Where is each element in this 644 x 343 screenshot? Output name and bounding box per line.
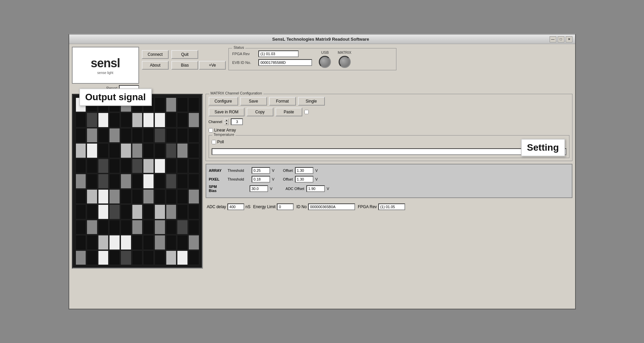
matrix-cell[interactable] <box>109 159 120 173</box>
channel-up-btn[interactable]: ▲ <box>224 118 229 122</box>
config-checkbox[interactable] <box>304 108 309 116</box>
matrix-cell[interactable] <box>76 189 86 204</box>
matrix-cell[interactable] <box>143 189 154 204</box>
matrix-cell[interactable] <box>98 220 109 234</box>
matrix-cell[interactable] <box>109 251 120 265</box>
matrix-cell[interactable] <box>98 113 109 127</box>
energy-limit-input[interactable] <box>277 203 294 210</box>
matrix-cell[interactable] <box>177 159 188 173</box>
matrix-cell[interactable] <box>121 113 131 127</box>
matrix-cell[interactable] <box>121 174 131 188</box>
matrix-cell[interactable] <box>98 251 109 265</box>
matrix-cell[interactable] <box>121 159 131 173</box>
matrix-cell[interactable] <box>132 174 143 188</box>
matrix-cell[interactable] <box>166 98 177 112</box>
matrix-cell[interactable] <box>155 98 165 112</box>
adc-delay-input[interactable] <box>227 203 244 210</box>
matrix-cell[interactable] <box>143 159 154 173</box>
matrix-cell[interactable] <box>132 235 143 250</box>
matrix-cell[interactable] <box>143 143 154 158</box>
matrix-cell[interactable] <box>177 128 188 143</box>
matrix-cell[interactable] <box>177 98 188 112</box>
matrix-cell[interactable] <box>98 128 109 143</box>
matrix-cell[interactable] <box>132 113 143 127</box>
matrix-cell[interactable] <box>109 220 120 234</box>
matrix-cell[interactable] <box>87 128 97 143</box>
matrix-cell[interactable] <box>177 143 188 158</box>
matrix-cell[interactable] <box>76 220 86 234</box>
maximize-button[interactable]: □ <box>558 36 564 42</box>
matrix-cell[interactable] <box>76 235 86 250</box>
matrix-cell[interactable] <box>143 204 154 219</box>
poll-checkbox[interactable] <box>212 140 216 144</box>
matrix-cell[interactable] <box>188 128 199 143</box>
matrix-cell[interactable] <box>109 128 120 143</box>
matrix-cell[interactable] <box>155 251 165 265</box>
matrix-cell[interactable] <box>188 235 199 250</box>
matrix-cell[interactable] <box>87 235 97 250</box>
close-button[interactable]: ✕ <box>566 36 572 42</box>
linear-array-checkbox[interactable] <box>209 128 213 132</box>
matrix-cell[interactable] <box>121 204 131 219</box>
matrix-cell[interactable] <box>155 189 165 204</box>
matrix-cell[interactable] <box>188 251 199 265</box>
matrix-cell[interactable] <box>87 204 97 219</box>
matrix-cell[interactable] <box>177 235 188 250</box>
matrix-cell[interactable] <box>188 174 199 188</box>
matrix-cell[interactable] <box>166 174 177 188</box>
matrix-cell[interactable] <box>76 113 86 127</box>
id-no-input[interactable] <box>308 203 355 210</box>
about-button[interactable]: About <box>142 61 169 70</box>
matrix-cell[interactable] <box>177 113 188 127</box>
format-button[interactable]: Format <box>269 97 296 106</box>
matrix-cell[interactable] <box>98 159 109 173</box>
matrix-cell[interactable] <box>177 220 188 234</box>
matrix-cell[interactable] <box>87 159 97 173</box>
matrix-cell[interactable] <box>188 143 199 158</box>
matrix-cell[interactable] <box>143 174 154 188</box>
adc-offset-input[interactable] <box>306 185 325 192</box>
matrix-cell[interactable] <box>166 251 177 265</box>
matrix-cell[interactable] <box>166 113 177 127</box>
save-rom-button[interactable]: Save in ROM <box>209 108 245 116</box>
matrix-cell[interactable] <box>166 143 177 158</box>
matrix-cell[interactable] <box>155 174 165 188</box>
matrix-cell[interactable] <box>121 128 131 143</box>
channel-down-btn[interactable]: ▼ <box>224 122 229 125</box>
matrix-cell[interactable] <box>188 189 199 204</box>
configure-button[interactable]: Configure <box>209 97 238 106</box>
copy-button[interactable]: Copy <box>247 108 273 116</box>
matrix-cell[interactable] <box>76 251 86 265</box>
matrix-cell[interactable] <box>121 189 131 204</box>
matrix-cell[interactable] <box>76 143 86 158</box>
matrix-cell[interactable] <box>98 189 109 204</box>
matrix-cell[interactable] <box>166 235 177 250</box>
matrix-cell[interactable] <box>76 174 86 188</box>
matrix-cell[interactable] <box>132 204 143 219</box>
matrix-cell[interactable] <box>177 189 188 204</box>
bias-button[interactable]: Bias <box>171 61 198 70</box>
array-threshold-input[interactable] <box>252 167 270 174</box>
matrix-cell[interactable] <box>166 159 177 173</box>
matrix-cell[interactable] <box>87 220 97 234</box>
bias-polarity-button[interactable]: +Ve <box>199 61 226 70</box>
matrix-cell[interactable] <box>188 113 199 127</box>
matrix-cell[interactable] <box>143 251 154 265</box>
matrix-cell[interactable] <box>166 128 177 143</box>
matrix-cell[interactable] <box>87 113 97 127</box>
matrix-cell[interactable] <box>143 220 154 234</box>
quit-button[interactable]: Quit <box>171 50 198 59</box>
matrix-cell[interactable] <box>188 159 199 173</box>
single-button[interactable]: Single <box>298 97 325 106</box>
matrix-cell[interactable] <box>98 174 109 188</box>
matrix-cell[interactable] <box>132 128 143 143</box>
matrix-cell[interactable] <box>76 204 86 219</box>
matrix-cell[interactable] <box>177 204 188 219</box>
paste-button[interactable]: Paste <box>275 108 302 116</box>
matrix-cell[interactable] <box>143 235 154 250</box>
matrix-cell[interactable] <box>87 143 97 158</box>
matrix-cell[interactable] <box>155 159 165 173</box>
minimize-button[interactable]: — <box>550 36 556 42</box>
matrix-cell[interactable] <box>132 143 143 158</box>
matrix-cell[interactable] <box>188 220 199 234</box>
